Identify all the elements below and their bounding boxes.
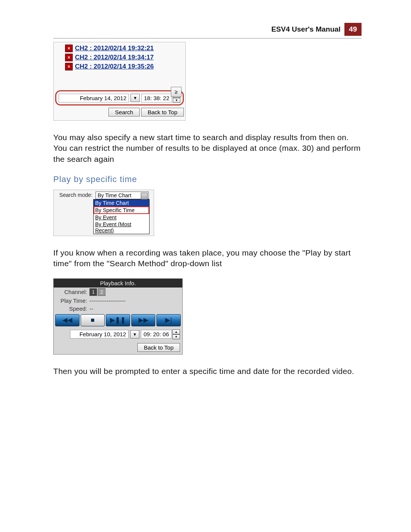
search-mode-panel: Search mode: By Time Chart By Time Chart…	[53, 190, 154, 236]
search-mode-option[interactable]: By Specific Time	[94, 206, 149, 214]
spinner-down-icon[interactable]: ▼	[173, 98, 180, 103]
time-input[interactable]: 09: 20: 06	[141, 330, 172, 339]
search-mode-select[interactable]: By Time Chart	[96, 192, 149, 199]
event-row[interactable]: × CH2 : 2012/02/14 19:35:26	[55, 62, 184, 71]
play-time-value: -------------------	[89, 297, 126, 304]
alert-icon: ×	[65, 63, 73, 70]
event-list-panel: × CH2 : 2012/02/14 19:32:21 × CH2 : 2012…	[53, 42, 186, 121]
back-to-top-button[interactable]: Back to Top	[141, 108, 184, 117]
next-button[interactable]: ▶|	[156, 314, 181, 326]
spinner-up-icon[interactable]: ▲	[172, 329, 180, 334]
calendar-dropdown-button[interactable]: ▼	[131, 94, 140, 102]
search-mode-label: Search mode:	[55, 192, 94, 198]
speed-label: Speed:	[56, 305, 89, 312]
next-icon: ▶|	[165, 316, 172, 324]
time-spinner[interactable]: ▲ ▼	[172, 329, 180, 339]
playback-info-panel: Playback Info. Channel: 1 2 Play Time: -…	[53, 278, 183, 355]
rewind-icon: ◀◀	[62, 316, 72, 324]
event-label: CH2 : 2012/02/14 19:35:26	[75, 63, 154, 70]
event-row[interactable]: × CH2 : 2012/02/14 19:34:17	[55, 53, 184, 62]
time-input[interactable]: 18: 38: 22	[141, 94, 172, 102]
search-button[interactable]: Search	[108, 108, 140, 117]
date-input[interactable]: February 14, 2012	[59, 94, 129, 102]
section-heading: Play by specific time	[53, 174, 362, 184]
speed-row: Speed: --	[54, 305, 182, 313]
alert-icon: ×	[65, 54, 73, 61]
transport-controls: ◀◀ ■ ▶❚❚ ▶▶ ▶|	[54, 313, 182, 328]
back-to-top-button[interactable]: Back to Top	[137, 343, 180, 352]
chevron-right-icon: ≥	[175, 89, 178, 95]
page-number: 49	[344, 23, 362, 36]
playback-datetime-row: February 10, 2012 ▼ 09: 20: 06 ▲ ▼	[54, 328, 182, 341]
forward-icon: ▶▶	[139, 316, 148, 324]
stop-icon: ■	[91, 316, 94, 324]
calendar-dropdown-button[interactable]: ▼	[130, 330, 139, 339]
stop-button[interactable]: ■	[81, 314, 105, 326]
play-pause-button[interactable]: ▶❚❚	[106, 314, 130, 326]
event-row[interactable]: × CH2 : 2012/02/14 19:32:21	[55, 44, 184, 53]
spinner-down-icon[interactable]: ▼	[172, 334, 180, 339]
playback-title: Playback Info.	[54, 279, 182, 288]
date-input[interactable]: February 10, 2012	[70, 330, 129, 339]
paragraph: Then you will be prompted to enter a spe…	[53, 366, 362, 377]
event-label: CH2 : 2012/02/14 19:32:21	[75, 45, 154, 52]
event-label: CH2 : 2012/02/14 19:34:17	[75, 54, 154, 61]
play-pause-icon: ▶❚❚	[110, 316, 126, 324]
channel-label: Channel:	[56, 289, 89, 295]
paragraph: If you know when a recording was taken p…	[53, 248, 362, 269]
page-header: ESV4 User's Manual 49	[53, 23, 362, 38]
paragraph: You may also specify a new start time to…	[53, 132, 362, 165]
channel-button[interactable]: 2	[98, 288, 105, 296]
search-mode-option[interactable]: By Time Chart	[94, 200, 149, 206]
search-mode-option[interactable]: By Event (Most Recent)	[94, 221, 149, 234]
search-mode-option[interactable]: By Event	[94, 214, 149, 221]
header-title: ESV4 User's Manual	[271, 25, 341, 34]
start-time-highlight: February 14, 2012 ▼ 18: 38: 22 ▲ ▼	[55, 90, 184, 105]
channel-button[interactable]: 1	[89, 288, 97, 296]
channel-row: Channel: 1 2	[54, 288, 182, 297]
forward-button[interactable]: ▶▶	[131, 314, 156, 326]
search-mode-option-list: By Time Chart By Specific Time By Event …	[93, 199, 150, 234]
play-time-row: Play Time: -------------------	[54, 297, 182, 305]
rewind-button[interactable]: ◀◀	[55, 314, 80, 326]
alert-icon: ×	[65, 45, 73, 52]
search-button-row: Search Back to Top	[55, 108, 184, 117]
speed-value: --	[89, 305, 93, 312]
next-page-button[interactable]: ≥	[171, 87, 182, 97]
play-time-label: Play Time:	[56, 297, 89, 304]
